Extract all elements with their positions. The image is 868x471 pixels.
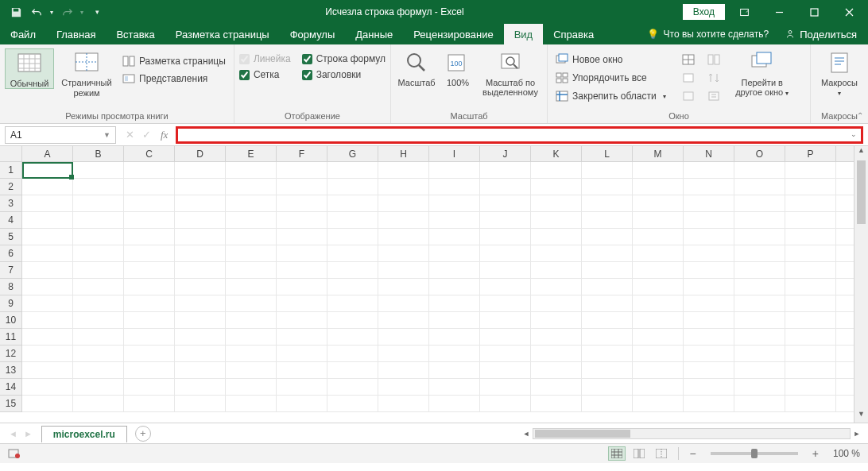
close-icon[interactable] (833, 0, 865, 24)
cell[interactable] (480, 179, 531, 195)
cell[interactable] (429, 245, 480, 261)
zoom-selection-button[interactable]: Масштаб по выделенному (479, 48, 542, 97)
cell[interactable] (582, 329, 633, 345)
cell[interactable] (124, 195, 175, 211)
cell[interactable] (480, 362, 531, 378)
tab-data[interactable]: Данные (345, 24, 403, 44)
cell[interactable] (785, 295, 836, 311)
cell[interactable] (22, 162, 73, 178)
cell[interactable] (684, 346, 734, 361)
column-header[interactable]: I (429, 146, 480, 161)
cell[interactable] (22, 362, 73, 378)
share-button[interactable]: Поделиться (785, 29, 857, 41)
cell[interactable] (785, 179, 836, 195)
cell[interactable] (582, 162, 633, 178)
cell[interactable] (175, 396, 226, 411)
cell[interactable] (785, 245, 836, 261)
cell[interactable] (785, 162, 836, 178)
cell[interactable] (22, 195, 73, 211)
cell[interactable] (378, 295, 429, 311)
cell[interactable] (480, 162, 531, 178)
cell[interactable] (684, 262, 734, 278)
tab-formulas[interactable]: Формулы (280, 24, 346, 44)
cell[interactable] (734, 229, 785, 245)
redo-dropdown-icon[interactable]: ▾ (78, 2, 86, 21)
gridlines-checkbox[interactable]: Сетка (239, 69, 291, 80)
cell[interactable] (277, 195, 327, 211)
cell[interactable] (175, 379, 226, 395)
zoom-slider[interactable] (711, 452, 798, 455)
row-header[interactable]: 8 (0, 279, 21, 295)
cell[interactable] (429, 179, 480, 195)
cell[interactable] (175, 162, 226, 178)
row-header[interactable]: 15 (0, 396, 21, 412)
zoom-out-button[interactable]: − (687, 447, 699, 460)
split-button[interactable] (679, 52, 698, 68)
cell[interactable] (531, 329, 582, 345)
cell[interactable] (684, 245, 734, 261)
expand-formula-bar-icon[interactable]: ⌄ (851, 130, 857, 138)
cell[interactable] (175, 245, 226, 261)
cell[interactable] (480, 212, 531, 228)
column-header[interactable]: F (277, 146, 327, 161)
cell[interactable] (22, 312, 73, 328)
cell[interactable] (734, 346, 785, 361)
cell[interactable] (226, 195, 277, 211)
cell[interactable] (277, 245, 327, 261)
cell[interactable] (73, 162, 124, 178)
row-header[interactable]: 1 (0, 162, 21, 179)
cell[interactable] (582, 262, 633, 278)
row-header[interactable]: 11 (0, 329, 21, 346)
cell[interactable] (226, 162, 277, 178)
cell[interactable] (327, 379, 378, 395)
cell[interactable] (378, 212, 429, 228)
cell[interactable] (22, 229, 73, 245)
column-header[interactable]: C (124, 146, 175, 161)
cell[interactable] (785, 212, 836, 228)
maximize-icon[interactable] (798, 0, 830, 24)
cell[interactable] (785, 262, 836, 278)
cell[interactable] (226, 396, 277, 411)
name-box-dropdown-icon[interactable]: ▼ (103, 131, 110, 139)
cell[interactable] (22, 396, 73, 411)
cell[interactable] (684, 379, 734, 395)
cell[interactable] (633, 362, 684, 378)
cell[interactable] (175, 262, 226, 278)
cell[interactable] (582, 396, 633, 411)
cell[interactable] (429, 212, 480, 228)
tab-home[interactable]: Главная (46, 24, 106, 44)
cell[interactable] (124, 362, 175, 378)
cell[interactable] (226, 229, 277, 245)
cell[interactable] (73, 229, 124, 245)
cell[interactable] (684, 229, 734, 245)
cell[interactable] (531, 312, 582, 328)
cell[interactable] (327, 262, 378, 278)
cell[interactable] (175, 329, 226, 345)
cancel-formula-icon[interactable]: ✕ (126, 129, 134, 141)
cell[interactable] (73, 179, 124, 195)
row-header[interactable]: 4 (0, 212, 21, 229)
cell[interactable] (734, 195, 785, 211)
row-header[interactable]: 5 (0, 229, 21, 245)
cell[interactable] (124, 262, 175, 278)
cell[interactable] (124, 179, 175, 195)
cell[interactable] (684, 396, 734, 411)
cell[interactable] (124, 162, 175, 178)
cell[interactable] (277, 262, 327, 278)
cell[interactable] (734, 262, 785, 278)
cell[interactable] (73, 346, 124, 361)
cell[interactable] (785, 396, 836, 411)
row-header[interactable]: 2 (0, 179, 21, 195)
cell[interactable] (73, 379, 124, 395)
formula-input[interactable]: ⌄ (176, 126, 863, 144)
cell[interactable] (226, 262, 277, 278)
cell[interactable] (785, 312, 836, 328)
cell[interactable] (785, 195, 836, 211)
cell[interactable] (277, 179, 327, 195)
cell[interactable] (582, 195, 633, 211)
cell[interactable] (429, 362, 480, 378)
cell[interactable] (480, 346, 531, 361)
cell[interactable] (175, 362, 226, 378)
zoom-level[interactable]: 100 % (833, 448, 860, 459)
column-header[interactable]: D (175, 146, 226, 161)
